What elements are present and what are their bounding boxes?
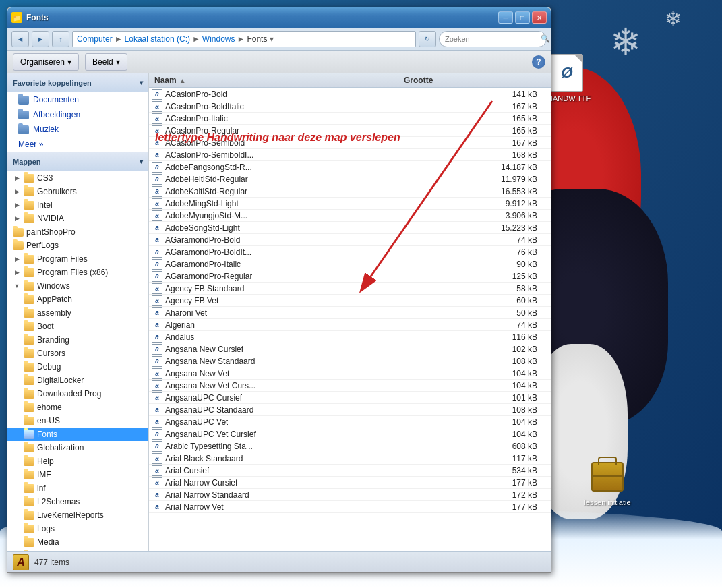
table-row[interactable]: aArial Narrow Cursief177 kB: [149, 477, 551, 489]
table-row[interactable]: aAdobeMingStd-Light9.912 kB: [149, 198, 551, 210]
tree-item-en-us[interactable]: en-US: [7, 414, 148, 428]
forward-button[interactable]: ►: [32, 31, 49, 47]
table-row[interactable]: aArial Cursief534 kB: [149, 465, 551, 477]
table-row[interactable]: aAngsanaUPC Vet104 kB: [149, 416, 551, 428]
maximize-button[interactable]: □: [515, 11, 530, 24]
view-button[interactable]: Beeld ▾: [85, 53, 127, 71]
tree-item-ime[interactable]: IME: [7, 468, 148, 481]
table-row[interactable]: aACaslonPro-SemiboldI...168 kB: [149, 149, 551, 161]
table-row[interactable]: aAGaramondPro-Regular125 kB: [149, 270, 551, 283]
font-file-icon: a: [152, 259, 162, 270]
table-row[interactable]: aACaslonPro-Regular165 kB: [149, 125, 551, 137]
sidebar-item-afbeeldingen[interactable]: Afbeeldingen: [7, 107, 148, 122]
col-header-name[interactable]: Naam ▲: [149, 76, 398, 85]
table-row[interactable]: aAlgerian74 kB: [149, 319, 551, 331]
table-row[interactable]: aArial Narrow Standaard172 kB: [149, 489, 551, 501]
file-name-cell: aAngsanaUPC Standaard: [149, 405, 398, 415]
table-row[interactable]: aAGaramondPro-Italic90 kB: [149, 258, 551, 270]
search-input[interactable]: [445, 35, 538, 43]
up-button[interactable]: ↑: [52, 31, 69, 47]
folder-icon-cursors: [24, 349, 34, 358]
favorites-header[interactable]: Favoriete koppelingen ▾: [7, 74, 148, 92]
tree-item-media[interactable]: Media: [7, 535, 148, 549]
tree-item-ehome[interactable]: ehome: [7, 401, 148, 414]
breadcrumb-bar[interactable]: Computer ► Lokaal station (C:) ► Windows…: [72, 31, 416, 47]
breadcrumb-dropdown[interactable]: ▾: [270, 34, 274, 44]
minimize-button[interactable]: ─: [498, 11, 513, 24]
tree-item-globalization[interactable]: Globalization: [7, 441, 148, 454]
table-row[interactable]: aArabic Typesetting Sta...608 kB: [149, 440, 551, 452]
sidebar-item-documenten[interactable]: Documenten: [7, 92, 148, 107]
breadcrumb-drive[interactable]: Lokaal station (C:): [125, 34, 190, 44]
table-row[interactable]: aAndalus116 kB: [149, 331, 551, 343]
table-row[interactable]: aACaslonPro-Bold141 kB: [149, 88, 551, 100]
table-row[interactable]: aAngsana New Vet Curs...104 kB: [149, 380, 551, 392]
folders-header[interactable]: Mappen ▾: [7, 152, 148, 171]
table-row[interactable]: aAngsana New Cursief102 kB: [149, 343, 551, 355]
desktop-briefcase-icon[interactable]: lessen initiatie: [580, 458, 634, 507]
tree-item-logs[interactable]: Logs: [7, 522, 148, 535]
table-row[interactable]: aACaslonPro-BoldItalic167 kB: [149, 100, 551, 113]
tree-item-debug[interactable]: Debug: [7, 360, 148, 374]
tree-item-livekernelreports[interactable]: LiveKernelReports: [7, 508, 148, 522]
file-name-cell: aAngsanaUPC Vet Cursief: [149, 429, 398, 440]
tree-item-nvidia[interactable]: ▶ NVIDIA: [7, 212, 148, 225]
tree-item-downloadedprog[interactable]: Downloaded Prog: [7, 387, 148, 401]
table-row[interactable]: aAdobeSongStd-Light15.223 kB: [149, 222, 551, 234]
tree-item-inf[interactable]: inf: [7, 481, 148, 495]
tree-item-help[interactable]: Help: [7, 454, 148, 468]
tree-item-l2schemas[interactable]: L2Schemas: [7, 495, 148, 508]
briefcase-visual: [591, 462, 624, 492]
tree-item-programfiles[interactable]: ▶ Program Files: [7, 252, 148, 266]
file-list[interactable]: aACaslonPro-Bold141 kBaACaslonPro-BoldIt…: [149, 88, 551, 551]
table-row[interactable]: aAdobeMyungjoStd-M...3.906 kB: [149, 210, 551, 222]
organize-button[interactable]: Organiseren ▾: [13, 53, 79, 71]
tree-item-boot[interactable]: Boot: [7, 320, 148, 333]
breadcrumb-windows[interactable]: Windows: [202, 34, 235, 44]
table-row[interactable]: aAngsanaUPC Cursief101 kB: [149, 392, 551, 404]
close-button[interactable]: ✕: [532, 11, 547, 24]
table-row[interactable]: aAdobeFangsongStd-R...14.187 kB: [149, 161, 551, 173]
table-row[interactable]: aAdobeHeitiStd-Regular11.979 kB: [149, 173, 551, 185]
table-row[interactable]: aACaslonPro-Italic165 kB: [149, 113, 551, 125]
tree-item-assembly[interactable]: assembly: [7, 306, 148, 320]
tree-item-intel[interactable]: ▶ Intel: [7, 198, 148, 212]
tree-item-gebruikers[interactable]: ▶ Gebruikers: [7, 185, 148, 198]
table-row[interactable]: aAngsana New Standaard108 kB: [149, 355, 551, 368]
back-button[interactable]: ◄: [11, 31, 29, 47]
tree-item-digitallocker[interactable]: DigitalLocker: [7, 374, 148, 387]
table-row[interactable]: aAgency FB Vet60 kB: [149, 295, 551, 307]
tree-item-programfilesx86[interactable]: ▶ Program Files (x86): [7, 266, 148, 279]
table-row[interactable]: aAGaramondPro-Bold74 kB: [149, 234, 551, 246]
sidebar-item-muziek[interactable]: Muziek: [7, 122, 148, 137]
breadcrumb-computer[interactable]: Computer: [77, 34, 113, 44]
sidebar-item-meer[interactable]: Meer »: [7, 137, 148, 152]
table-row[interactable]: aArial Black Standaard117 kB: [149, 452, 551, 465]
tree-item-cs3[interactable]: ▶ CS3: [7, 171, 148, 185]
tree-item-paintshoppro[interactable]: paintShopPro: [7, 225, 148, 239]
table-row[interactable]: aAharoni Vet50 kB: [149, 307, 551, 319]
table-row[interactable]: aAngsanaUPC Standaard108 kB: [149, 404, 551, 416]
tree-item-perflogs[interactable]: PerfLogs: [7, 239, 148, 252]
table-row[interactable]: aAdobeKaitiStd-Regular16.553 kB: [149, 185, 551, 198]
col-header-size[interactable]: Grootte: [398, 76, 551, 85]
help-button[interactable]: ?: [532, 55, 545, 69]
tree-item-windows[interactable]: ▼ Windows: [7, 279, 148, 293]
favorites-label: Favoriete koppelingen: [13, 79, 92, 87]
tree-item-apppatch[interactable]: AppPatch: [7, 293, 148, 306]
table-row[interactable]: aAngsanaUPC Vet Cursief104 kB: [149, 428, 551, 440]
file-name: Arial Black Standaard: [165, 454, 243, 463]
search-box[interactable]: 🔍: [439, 31, 547, 47]
table-row[interactable]: aACaslonPro-Semibold167 kB: [149, 137, 551, 149]
table-row[interactable]: aAngsana New Vet104 kB: [149, 368, 551, 380]
table-row[interactable]: aAGaramondPro-BoldIt...76 kB: [149, 246, 551, 258]
tree-item-fonts[interactable]: Fonts: [7, 428, 148, 441]
font-file-icon: a: [152, 368, 162, 379]
font-file-icon: a: [152, 332, 162, 343]
tree-item-branding[interactable]: Branding: [7, 333, 148, 347]
table-row[interactable]: aArial Narrow Vet177 kB: [149, 501, 551, 513]
table-row[interactable]: aAgency FB Standaard58 kB: [149, 283, 551, 295]
refresh-button[interactable]: ↻: [419, 31, 436, 47]
tree-item-cursors[interactable]: Cursors: [7, 347, 148, 360]
folder-icon-nvidia: [24, 214, 34, 223]
